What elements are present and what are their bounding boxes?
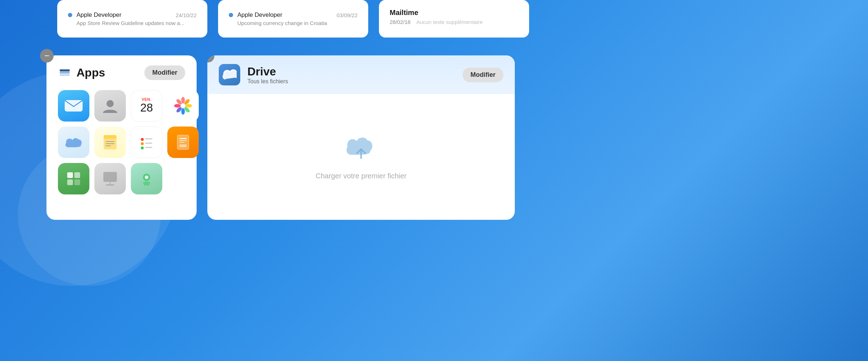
app-icon-keynote[interactable] [94, 163, 126, 194]
svg-rect-7 [118, 107, 119, 108]
svg-rect-38 [74, 179, 80, 185]
upload-icon [343, 130, 379, 163]
mailtime-date: 28/02/18 [390, 19, 410, 25]
svg-rect-2 [60, 69, 70, 71]
app-icon-icloud[interactable] [58, 127, 89, 158]
notification-dot-1 [68, 13, 72, 17]
svg-point-4 [107, 100, 114, 107]
drive-title-text: Drive Tous les fichiers [247, 65, 288, 85]
svg-rect-24 [145, 138, 152, 139]
svg-rect-5 [118, 102, 119, 103]
notification-header-1: Apple Developer 24/10/22 [77, 11, 197, 19]
apps-minus-button[interactable]: − [40, 49, 54, 63]
svg-rect-34 [179, 144, 187, 147]
notification-title-2: Apple Developer [237, 11, 282, 19]
notification-title-1: Apple Developer [77, 11, 122, 19]
notification-date-1: 24/10/22 [176, 12, 197, 18]
app-icon-reminders[interactable] [131, 127, 162, 158]
svg-rect-28 [145, 147, 152, 148]
drive-title-group: Drive Tous les fichiers [219, 64, 288, 85]
svg-rect-6 [118, 105, 119, 106]
notification-text-1: App Store Review Guideline updates now a… [77, 20, 197, 26]
svg-rect-31 [179, 138, 187, 139]
svg-point-14 [181, 108, 185, 115]
drive-header: Drive Tous les fichiers Modifier [207, 55, 515, 94]
notification-item-1: Apple Developer 24/10/22 App Store Revie… [68, 9, 197, 29]
app-icon-notes[interactable] [94, 127, 126, 158]
notification-card-1: Apple Developer 24/10/22 App Store Revie… [57, 0, 207, 38]
apps-widget-header: Apps Modifier [58, 65, 185, 80]
mailtime-card: Mailtime 28/02/18 Aucun texte supplément… [379, 0, 529, 38]
svg-rect-33 [179, 142, 184, 143]
mailtime-title: Mailtime [390, 9, 518, 17]
notification-content-2: Apple Developer 03/09/22 Upcoming curren… [237, 11, 357, 26]
apps-widget: − Apps Modifier [46, 55, 197, 220]
svg-rect-0 [60, 74, 70, 76]
notification-item-2: Apple Developer 03/09/22 Upcoming curren… [229, 9, 357, 29]
svg-rect-37 [67, 179, 73, 185]
svg-point-27 [141, 147, 144, 149]
notification-date-2: 03/09/22 [337, 12, 357, 18]
widgets-row: − Apps Modifier [46, 55, 515, 220]
mailtime-sub: 28/02/18 Aucun texte supplémentaire [390, 19, 518, 25]
drive-title: Drive [247, 65, 288, 78]
apps-grid: VEN. 28 [58, 90, 185, 194]
notification-card-2: Apple Developer 03/09/22 Upcoming curren… [218, 0, 368, 38]
app-icon-findmy[interactable] [131, 163, 162, 194]
calendar-day-number: 28 [140, 102, 153, 114]
svg-rect-39 [104, 172, 117, 182]
app-icon-photos[interactable] [167, 90, 199, 122]
apps-title: Apps [77, 66, 105, 79]
apps-modifier-button[interactable]: Modifier [144, 65, 185, 80]
notification-content-1: Apple Developer 24/10/22 App Store Revie… [77, 11, 197, 26]
apps-stack-icon [58, 66, 71, 80]
app-icon-numbers[interactable] [58, 163, 89, 194]
svg-point-23 [141, 138, 144, 141]
svg-point-25 [141, 142, 144, 145]
app-icon-pages[interactable] [167, 127, 199, 158]
drive-empty-state: Charger votre premier fichier [207, 94, 515, 216]
app-icon-mail[interactable] [58, 90, 89, 122]
upload-text: Charger votre premier fichier [316, 172, 407, 180]
drive-modifier-button[interactable]: Modifier [463, 68, 503, 82]
notification-header-2: Apple Developer 03/09/22 [237, 11, 357, 19]
svg-point-9 [181, 104, 185, 108]
svg-point-10 [181, 97, 185, 103]
svg-rect-1 [60, 72, 70, 74]
svg-rect-32 [179, 140, 187, 141]
drive-widget: − Drive Tous les fichiers Modifier [207, 55, 515, 220]
svg-point-12 [186, 104, 192, 108]
app-icon-calendar[interactable]: VEN. 28 [131, 90, 162, 122]
notification-text-2: Upcoming currency change in Croatia [237, 20, 357, 26]
notification-dot-2 [229, 13, 233, 17]
svg-point-44 [145, 175, 148, 179]
svg-rect-42 [106, 184, 114, 186]
svg-rect-35 [67, 172, 73, 178]
svg-rect-36 [74, 172, 80, 178]
app-icon-contacts[interactable] [94, 90, 126, 122]
apps-title-group: Apps [58, 66, 105, 80]
drive-subtitle: Tous les fichiers [247, 78, 288, 85]
svg-point-16 [174, 104, 181, 108]
calendar-day: VEN. 28 [138, 95, 155, 116]
mailtime-no-text: Aucun texte supplémentaire [416, 19, 483, 25]
svg-rect-26 [145, 143, 152, 144]
drive-cloud-icon [219, 64, 240, 85]
svg-rect-19 [104, 135, 117, 139]
